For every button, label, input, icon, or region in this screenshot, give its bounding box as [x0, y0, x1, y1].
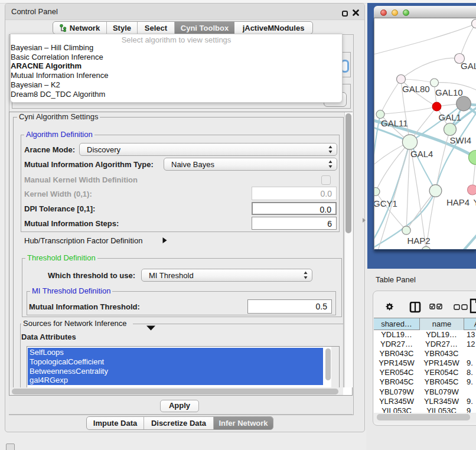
- svg-text:Y: Y: [474, 197, 476, 207]
- svg-text:HAP4: HAP4: [446, 197, 470, 207]
- svg-text:SWI4: SWI4: [450, 135, 472, 145]
- svg-text:GAL11: GAL11: [381, 118, 408, 128]
- svg-text:GCY1: GCY1: [374, 198, 397, 208]
- svg-text:GAL80: GAL80: [402, 84, 430, 94]
- svg-text:GAL1: GAL1: [439, 112, 461, 122]
- svg-text:GAL4: GAL4: [410, 149, 433, 159]
- svg-text:HAP2: HAP2: [407, 236, 431, 246]
- svg-text:GAL: GAL: [461, 61, 476, 71]
- svg-text:GAL10: GAL10: [435, 87, 463, 97]
